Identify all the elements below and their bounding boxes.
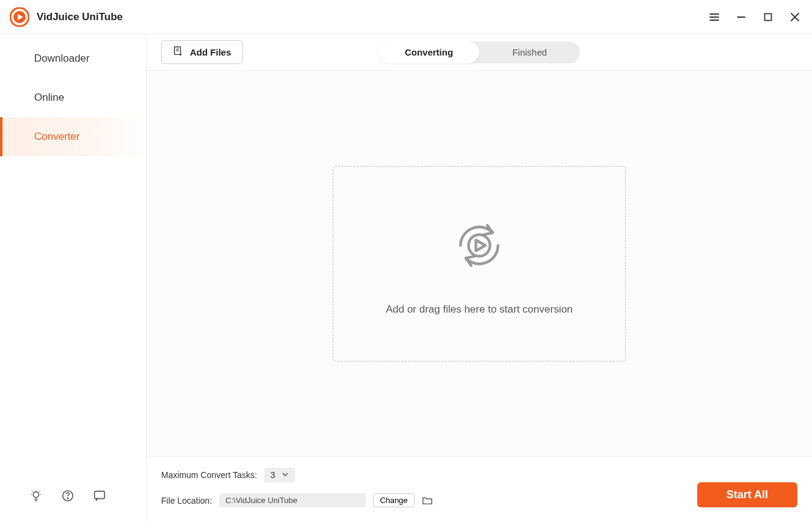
sidebar-item-converter[interactable]: Converter [0,117,146,156]
add-file-icon [173,46,184,59]
file-location-path[interactable]: C:\VidJuice UniTube [219,493,366,507]
content-area: Add or drag files here to start conversi… [147,71,812,456]
titlebar: VidJuice UniTube [0,0,812,34]
sidebar-item-label: Online [34,92,64,104]
chevron-down-icon [281,470,289,480]
sidebar: Downloader Online Converter [0,34,147,522]
sidebar-item-downloader[interactable]: Downloader [0,39,146,78]
tab-converting[interactable]: Converting [379,42,479,63]
max-tasks-value: 3 [270,470,275,480]
open-folder-icon[interactable] [422,495,433,506]
app-logo-icon [10,7,29,27]
max-tasks-select[interactable]: 3 [264,468,295,482]
tab-switcher: Converting Finished [379,42,580,63]
svg-rect-6 [95,491,105,499]
svg-point-5 [67,498,68,498]
close-icon[interactable] [783,5,807,29]
sidebar-footer [0,489,146,522]
add-files-label: Add Files [190,47,231,57]
convert-cycle-icon [446,212,513,281]
feedback-icon[interactable] [93,489,106,502]
svg-rect-2 [765,13,772,20]
dropzone[interactable]: Add or drag files here to start conversi… [333,166,626,361]
tab-finished[interactable]: Finished [479,42,580,63]
dropzone-text: Add or drag files here to start conversi… [386,303,573,316]
max-tasks-row: Maximum Convert Tasks: 3 [161,468,797,482]
menu-icon[interactable] [702,5,727,29]
svg-point-8 [468,234,490,256]
start-all-button[interactable]: Start All [697,482,797,507]
minimize-icon[interactable] [729,5,753,29]
bottom-bar: Maximum Convert Tasks: 3 File Location: … [147,456,812,522]
toolbar: Add Files Converting Finished [147,34,812,71]
maximize-icon[interactable] [756,5,780,29]
lightbulb-icon[interactable] [29,489,43,502]
window-controls [702,5,807,29]
sidebar-item-label: Downloader [34,53,90,65]
file-location-label: File Location: [161,496,212,506]
sidebar-item-label: Converter [34,131,80,143]
app-title: VidJuice UniTube [37,11,702,23]
add-files-button[interactable]: Add Files [161,40,243,64]
sidebar-item-online[interactable]: Online [0,78,146,117]
svg-point-3 [33,492,38,498]
max-tasks-label: Maximum Convert Tasks: [161,470,257,480]
main-panel: Add Files Converting Finished [147,34,812,522]
change-button[interactable]: Change [373,493,415,507]
help-icon[interactable] [61,489,74,502]
